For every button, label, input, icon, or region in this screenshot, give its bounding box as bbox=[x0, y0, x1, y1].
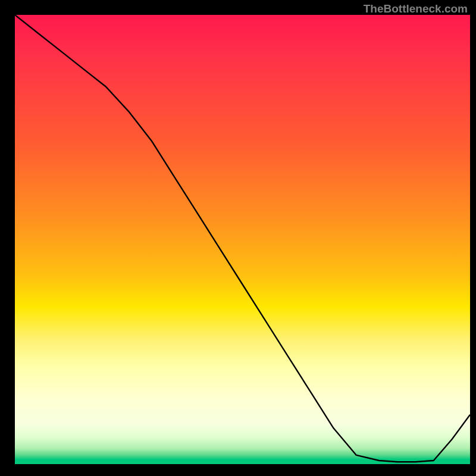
chart-line-layer bbox=[15, 15, 470, 464]
watermark-text: TheBottleneck.com bbox=[364, 2, 468, 15]
chart-plot-area bbox=[15, 15, 470, 464]
chart-series-curve bbox=[15, 15, 470, 462]
